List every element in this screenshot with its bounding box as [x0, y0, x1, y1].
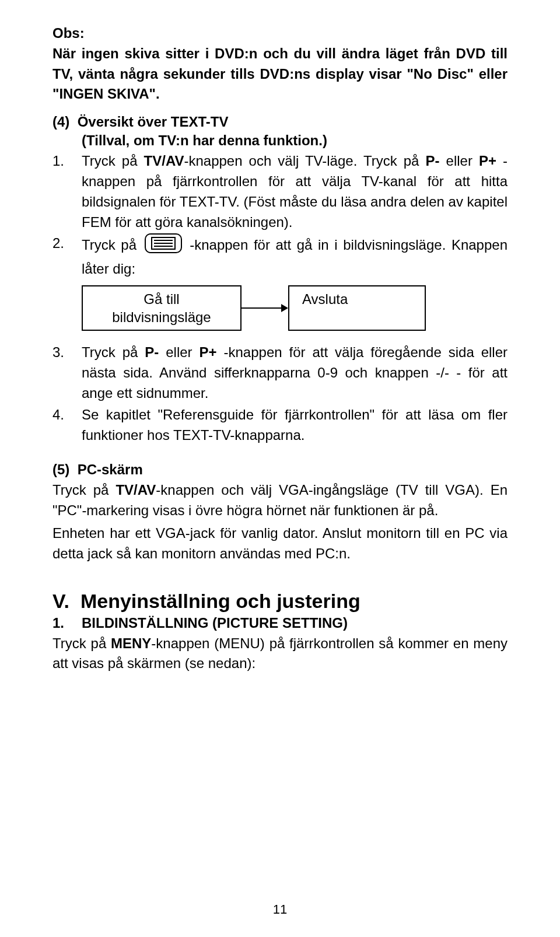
text: Tryck på — [82, 153, 144, 169]
document-page: Obs: När ingen skiva sitter i DVD:n och … — [0, 0, 560, 937]
list-marker: 2. — [52, 233, 82, 341]
section-5-para2: Enheten har ett VGA-jack för vanlig dato… — [52, 523, 508, 564]
teletext-icon — [145, 233, 182, 259]
p-minus-label: P- — [145, 344, 159, 360]
list-marker: 3. — [52, 342, 82, 403]
p-plus-label: P+ — [479, 153, 496, 169]
sub-title: BILDINSTÄLLNING (PICTURE SETTING) — [82, 615, 348, 631]
tvav-label: TV/AV — [116, 482, 156, 498]
chapter-5-body: Tryck på MENY-knappen (MENU) på fjärrkon… — [52, 634, 508, 674]
chapter-5-heading: V. Menyinställning och justering — [52, 590, 508, 613]
section-5-title: (5) PC-skärm — [52, 461, 508, 478]
sub-number: 1. — [52, 615, 82, 631]
section-4-title: (4) Översikt över TEXT-TV — [52, 114, 508, 130]
chapter-5-sub: 1. BILDINSTÄLLNING (PICTURE SETTING) — [52, 615, 508, 631]
list-item: 4. Se kapitlet "Referensguide för fjärrk… — [52, 405, 508, 446]
section-5-para1: Tryck på TV/AV-knappen och välj VGA-ingå… — [52, 480, 508, 521]
text: Tryck på — [82, 237, 142, 253]
list-body: Tryck på P- eller P+ -knappen för att vä… — [82, 342, 508, 403]
flow-text: Gå till — [89, 290, 235, 308]
text: Tryck på — [82, 344, 145, 360]
p-plus-label: P+ — [200, 344, 217, 360]
svg-marker-6 — [281, 304, 288, 312]
flow-diagram: Gå till bildvisningsläge Avsluta — [82, 285, 508, 331]
flow-text: Avsluta — [302, 290, 419, 308]
list-body: Tryck på TV/AV-knappen och välj TV-läge.… — [82, 151, 508, 232]
section-4-subtitle: (Tillval, om TV:n har denna funktion.) — [52, 132, 508, 149]
list-item: 2. Tryck på -knappen för att gå in i bil… — [52, 233, 508, 341]
page-number: 11 — [0, 902, 560, 917]
p-minus-label: P- — [425, 153, 439, 169]
list-marker: 1. — [52, 151, 82, 232]
obs-text: När ingen skiva sitter i DVD:n och du vi… — [52, 44, 508, 104]
flow-text: bildvisningsläge — [89, 308, 235, 326]
obs-heading: Obs: — [52, 23, 508, 44]
flow-box-enter: Gå till bildvisningsläge — [82, 285, 242, 331]
list-item: 3. Tryck på P- eller P+ -knappen för att… — [52, 342, 508, 403]
meny-label: MENY — [111, 635, 151, 651]
text: Tryck på — [52, 482, 116, 498]
text: Tryck på — [52, 635, 111, 651]
arrow-right-icon — [242, 299, 288, 317]
list-body: Tryck på -knappen för att gå in i bildvi… — [82, 233, 508, 341]
list-item: 1. Tryck på TV/AV-knappen och välj TV-lä… — [52, 151, 508, 232]
text: eller — [159, 344, 199, 360]
text: -knappen och välj TV-läge. Tryck på — [184, 153, 425, 169]
text: eller — [439, 153, 478, 169]
list-body: Se kapitlet "Referensguide för fjärrkont… — [82, 405, 508, 446]
list-marker: 4. — [52, 405, 82, 446]
flow-box-exit: Avsluta — [288, 285, 426, 331]
tvav-label: TV/AV — [144, 153, 184, 169]
